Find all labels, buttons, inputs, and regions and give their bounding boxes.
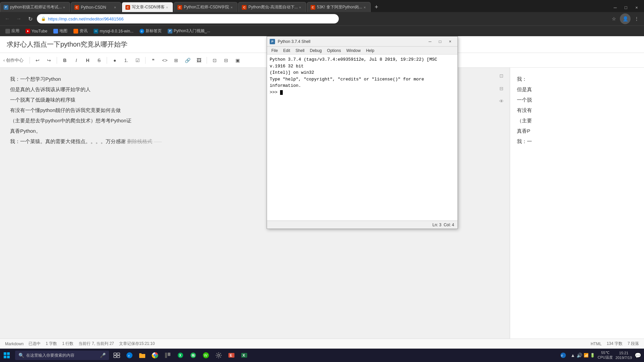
taskbar-time[interactable]: 15:21 2019/7/19 — [615, 351, 632, 360]
wifi-icon[interactable]: 📶 — [584, 353, 589, 358]
shell-menu-debug[interactable]: Debug — [307, 48, 324, 54]
microphone-icon[interactable]: 🎤 — [100, 353, 106, 358]
back-button[interactable]: ← — [3, 14, 12, 23]
bookmark-map[interactable]: 地图 — [51, 27, 70, 35]
new-tab-button[interactable]: + — [371, 2, 381, 12]
shell-menu-shell[interactable]: Shell — [293, 48, 307, 54]
reload-button[interactable]: ↻ — [25, 14, 35, 23]
profile-button[interactable]: 👤 — [620, 13, 631, 24]
task-list-button[interactable]: ☑ — [132, 55, 143, 65]
unordered-list-button[interactable]: ● — [110, 55, 120, 65]
shell-minimize-button[interactable]: ─ — [425, 38, 435, 45]
taskbar-app-7[interactable] — [187, 349, 199, 361]
taskbar-right: e ▲ 🔊 📶 🔋 55℃ CPU温度 15:21 2019/7/19 💬 — [558, 351, 644, 360]
bookmark-apps[interactable]: 应用 — [3, 27, 22, 35]
taskbar-app-wechat[interactable]: W — [200, 349, 212, 361]
tab-4[interactable]: C Python工程师-CSDN学院 × — [174, 2, 237, 12]
shell-menu-options[interactable]: Options — [324, 48, 343, 54]
date-display: 2019/7/19 — [615, 355, 632, 360]
tab-favicon-1: P — [4, 5, 8, 10]
tab-6[interactable]: C 53K! 拿下阿里Python岗... × — [307, 2, 371, 12]
taskbar-app-6[interactable]: X — [174, 349, 186, 361]
creation-center-button[interactable]: ‹ 创作中心 — [3, 57, 23, 63]
svg-point-22 — [218, 354, 220, 356]
heading-button[interactable]: H — [83, 55, 93, 65]
tab-close-5[interactable]: × — [298, 5, 303, 10]
tab-3[interactable]: C 写文章-CSDN博客 × — [122, 2, 173, 12]
svg-rect-4 — [7, 356, 10, 358]
tab-5[interactable]: C Python爬虫-高清图自动下... × — [238, 2, 306, 12]
bookmark-youtube[interactable]: YouTube — [23, 27, 50, 35]
shell-menu-help[interactable]: Help — [363, 48, 377, 54]
tab-close-2[interactable]: × — [113, 5, 117, 10]
side-icon-split[interactable]: ⊟ — [497, 84, 506, 93]
code-button[interactable]: <> — [160, 55, 170, 65]
tab-close-6[interactable]: × — [362, 5, 367, 10]
battery-icon[interactable]: 🔋 — [590, 353, 595, 358]
undo-button[interactable]: ↩ — [33, 55, 43, 65]
shell-output-line-1: Python 3.7.4 (tags/v3.7.4:e09359112e, Ju… — [270, 56, 455, 69]
strikethrough-text: 删除线格式 — [127, 138, 152, 144]
expand-button[interactable]: ▣ — [232, 55, 243, 65]
fullscreen-split-button[interactable]: ⊡ — [210, 55, 220, 65]
cpu-temp[interactable]: 55℃ CPU温度 — [598, 351, 613, 360]
ordered-list-button[interactable]: 1. — [121, 55, 131, 65]
link-button[interactable]: 🔗 — [182, 55, 193, 65]
bookmark-news[interactable]: 资讯 — [71, 27, 90, 35]
close-button[interactable]: × — [632, 3, 641, 12]
bookmark-newtab[interactable]: e 新标签页 — [137, 27, 164, 35]
bookmark-python-label: Python3入门视频_... — [174, 28, 210, 34]
edge-browser-taskbar[interactable]: e — [123, 349, 136, 361]
shell-menu-window[interactable]: Window — [343, 48, 363, 54]
svg-text:X: X — [243, 353, 245, 357]
taskbar-app-5[interactable] — [162, 349, 174, 361]
toolbar-separator-2 — [57, 57, 57, 64]
shell-close-button[interactable]: × — [445, 38, 455, 45]
editor-title-input[interactable] — [7, 41, 208, 48]
taskbar-app-9[interactable]: E — [225, 349, 237, 361]
shell-prompt-line[interactable]: >>> — [270, 89, 455, 96]
italic-button[interactable]: I — [71, 55, 81, 65]
bold-button[interactable]: B — [60, 55, 70, 65]
tab-label-1: python初级工程师证书考试... — [10, 4, 62, 10]
task-view-button[interactable] — [111, 349, 123, 361]
volume-icon[interactable]: 🔊 — [577, 353, 582, 358]
tab-close-1[interactable]: × — [62, 5, 66, 10]
redo-button[interactable]: ↪ — [44, 55, 54, 65]
blockquote-button[interactable]: ❝ — [148, 55, 158, 65]
apps-favicon — [5, 29, 10, 34]
restore-button[interactable]: □ — [621, 3, 631, 12]
file-explorer-button[interactable] — [136, 349, 148, 361]
preview-button[interactable]: ⊟ — [221, 55, 231, 65]
ie-icon[interactable]: e — [558, 351, 568, 360]
strikethrough-button[interactable]: S — [94, 55, 104, 65]
browser-chrome: P python初级工程师证书考试... × C Python-CSDN × C… — [0, 0, 644, 36]
tab-label-3: 写文章-CSDN博客 — [132, 4, 165, 10]
url-bar[interactable]: 🔒 https://mp.csdn.net/mdeditor/96481566 — [37, 14, 339, 23]
tab-1[interactable]: P python初级工程师证书考试... × — [0, 2, 70, 12]
tab-close-3[interactable]: × — [165, 5, 169, 10]
forward-button[interactable]: → — [14, 14, 23, 23]
table-button[interactable]: ⊞ — [171, 55, 181, 65]
minimize-button[interactable]: ─ — [610, 3, 620, 12]
bookmark-mysql[interactable]: m mysql-8.0.16-win... — [91, 27, 136, 35]
bookmark-star-icon[interactable]: ☆ — [609, 14, 619, 23]
bookmark-python[interactable]: P Python3入门视频_... — [165, 27, 213, 35]
taskbar-search[interactable]: 🔍 在这里输入你要搜索的内容 🎤 — [15, 351, 109, 360]
shell-menu-edit[interactable]: Edit — [280, 48, 293, 54]
side-icon-expand[interactable]: ⊡ — [497, 71, 506, 80]
side-icon-preview[interactable]: 👁 — [497, 97, 506, 106]
tab-close-4[interactable]: × — [229, 5, 234, 10]
notification-icon[interactable]: 💬 — [635, 352, 641, 359]
shell-menu-file[interactable]: File — [269, 48, 280, 54]
image-button[interactable]: 🖼 — [194, 55, 204, 65]
tab-2[interactable]: C Python-CSDN × — [71, 2, 121, 12]
start-button[interactable] — [0, 349, 13, 362]
taskbar-app-excel[interactable]: X — [238, 349, 250, 361]
more-options-button[interactable]: ⋮ — [632, 14, 641, 23]
network-icon[interactable]: ▲ — [571, 353, 575, 358]
shell-maximize-button[interactable]: □ — [435, 38, 445, 45]
preview-line-3: 一个脱 — [517, 95, 637, 104]
taskbar-app-settings[interactable] — [213, 349, 225, 361]
chrome-button[interactable] — [149, 349, 161, 361]
